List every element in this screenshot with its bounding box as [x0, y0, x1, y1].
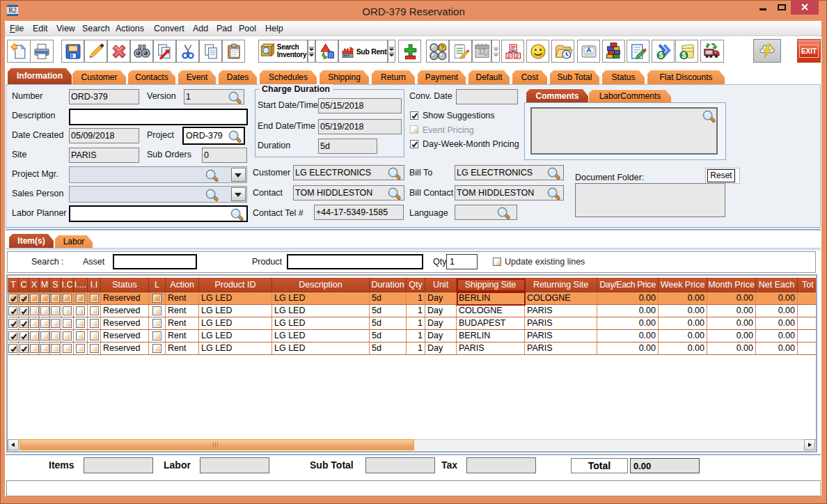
- svg-text:?: ?: [441, 44, 444, 51]
- svg-text:$: $: [659, 51, 663, 59]
- svg-text:$: $: [682, 51, 686, 59]
